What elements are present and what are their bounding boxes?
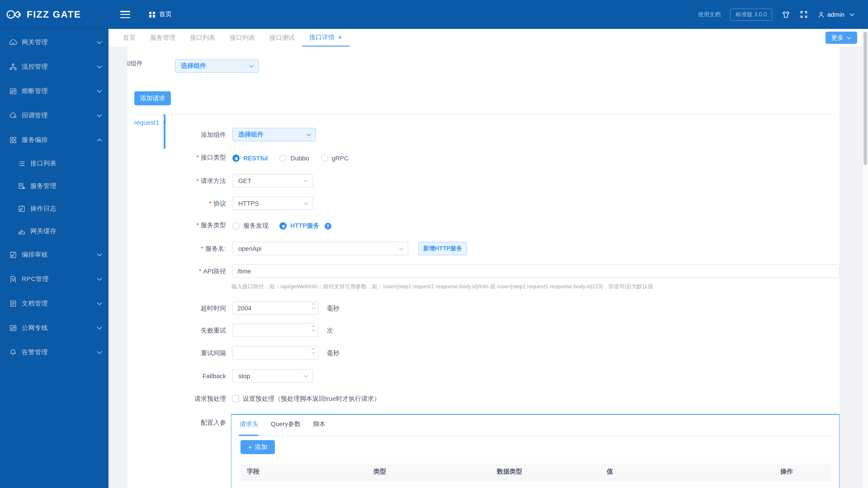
theme-tshirt-icon[interactable] <box>782 10 790 19</box>
add-component-select-top[interactable]: 选择组件 <box>175 59 258 73</box>
hamburger-menu-icon[interactable] <box>120 11 130 18</box>
spinner-arrows[interactable] <box>311 303 315 310</box>
retry-interval-stepper[interactable] <box>232 346 319 360</box>
request-tab-label: request1 <box>134 119 159 126</box>
sidebar-item-alert[interactable]: 告警管理 <box>0 340 108 365</box>
retry-stepper[interactable] <box>232 324 319 337</box>
sidebar-subitem-label: 服务管理 <box>30 182 57 190</box>
retry-interval-input[interactable] <box>232 346 319 360</box>
api-type-radio-group: RESTful Dubbo gRPC <box>232 155 348 162</box>
radio-http-service[interactable]: HTTP服务? <box>279 222 331 230</box>
circuit-breaker-icon <box>9 87 17 95</box>
chevron-down-icon <box>307 133 311 136</box>
radio-service-discovery[interactable]: 服务发现 <box>232 222 269 230</box>
timeout-input[interactable] <box>232 301 319 315</box>
tab-api-list-1[interactable]: 接口列表 <box>183 29 222 46</box>
sidebar-item-document[interactable]: 文档管理 <box>0 291 108 316</box>
tab-query-params[interactable]: Query参数 <box>271 420 301 428</box>
docs-link[interactable]: 使用文档 <box>698 11 721 18</box>
retry-interval-label: 重试间隔 <box>127 346 226 360</box>
spinner-arrows[interactable] <box>311 348 315 354</box>
tab-api-test[interactable]: 接口测试 <box>262 29 302 46</box>
protocol-label: *协议 <box>127 197 226 210</box>
retry-unit: 次 <box>327 324 333 337</box>
sidebar-item-public-line[interactable]: 公网专线 <box>0 316 108 340</box>
scrollbar-thumb[interactable] <box>864 32 867 165</box>
chevron-down-icon <box>97 326 102 330</box>
more-button[interactable]: 更多 <box>826 32 857 44</box>
topbar-right: 使用文档 标准版 3.0.0 admin <box>698 8 868 21</box>
radio-icon[interactable] <box>279 222 287 230</box>
fullscreen-icon[interactable] <box>800 10 808 19</box>
sidebar-item-circuit-breaker[interactable]: 熔断管理 <box>0 79 108 103</box>
chevron-down-icon <box>97 253 102 257</box>
help-icon[interactable]: ? <box>324 223 331 229</box>
chevron-down-icon <box>97 114 102 118</box>
sidebar-item-flow-control[interactable]: 流控管理 <box>0 55 108 79</box>
preprocess-checkbox[interactable] <box>232 395 239 402</box>
close-icon[interactable]: ✕ <box>338 34 342 40</box>
chevron-down-icon <box>97 41 102 44</box>
api-path-label: *API路径 <box>127 264 226 278</box>
plus-icon: + <box>248 444 252 451</box>
add-component-select[interactable]: 选择组件 <box>232 128 316 141</box>
tab-api-list-2[interactable]: 接口列表 <box>222 29 262 46</box>
main-content: 添加组件 选择组件 添加请求 request1 ✕ 添加组件 选择组件 *接口类… <box>127 46 839 488</box>
page-scrollbar <box>862 29 868 488</box>
tab-service-manage[interactable]: 服务管理 <box>143 29 183 46</box>
spin-up-icon <box>311 348 315 350</box>
active-tab-indicator <box>239 435 258 436</box>
topbar-home[interactable]: 首页 <box>149 10 172 19</box>
sidebar-item-label: 编排审核 <box>22 251 97 259</box>
chevron-down-icon <box>97 351 102 354</box>
request-tab[interactable]: request1 ✕ <box>134 119 167 126</box>
sidebar-subitem-api-list[interactable]: 接口列表 <box>0 152 108 175</box>
service-name-select[interactable]: openApi <box>232 242 408 255</box>
sidebar-item-orchestration[interactable]: 服务编排 <box>0 128 108 152</box>
timeout-stepper[interactable] <box>232 301 319 315</box>
version-badge: 标准版 3.0.0 <box>730 8 772 21</box>
params-table-header: 字段 类型 数据类型 值 操作 <box>241 464 831 480</box>
orchestration-grid-icon <box>9 136 17 144</box>
open-tabs: 首页 服务管理 接口列表 接口列表 接口测试 接口详情 ✕ <box>116 29 349 46</box>
fallback-select[interactable]: stop <box>232 369 313 383</box>
alert-bell-icon <box>9 348 17 357</box>
api-path-input[interactable] <box>232 264 839 278</box>
radio-icon[interactable] <box>280 155 287 162</box>
spin-down-icon <box>311 352 315 354</box>
document-icon <box>9 300 17 308</box>
retry-label: 失败重试 <box>127 324 226 337</box>
user-menu[interactable]: admin <box>817 11 855 18</box>
radio-dubbo[interactable]: Dubbo <box>280 155 309 162</box>
add-row-button[interactable]: + 添加 <box>241 440 275 454</box>
add-request-button[interactable]: 添加请求 <box>134 91 171 105</box>
sidebar-item-label: 流控管理 <box>22 63 97 71</box>
radio-icon[interactable] <box>232 222 240 230</box>
brand-name: FIZZ GATE <box>27 9 81 20</box>
tab-request-headers[interactable]: 请求头 <box>240 420 258 428</box>
method-select[interactable]: GET <box>232 174 313 188</box>
new-http-service-button[interactable]: 新增HTTP服务 <box>418 242 467 255</box>
chevron-down-icon <box>303 202 308 205</box>
radio-restful[interactable]: RESTful <box>232 155 268 162</box>
radio-icon[interactable] <box>321 155 328 162</box>
sidebar-item-rpc[interactable]: RPC管理 <box>0 267 108 291</box>
retry-input[interactable] <box>232 324 319 337</box>
sidebar-subitem-service-manage[interactable]: 服务管理 <box>0 175 108 197</box>
sidebar-item-gateway[interactable]: 网关管理 <box>0 30 108 55</box>
protocol-select[interactable]: HTTPS <box>232 197 313 210</box>
radio-grpc[interactable]: gRPC <box>321 155 348 162</box>
api-list-icon <box>18 160 26 168</box>
public-line-icon <box>9 324 17 332</box>
tab-api-detail[interactable]: 接口详情 ✕ <box>302 29 349 46</box>
chevron-down-icon <box>849 13 855 16</box>
tab-script[interactable]: 脚本 <box>313 420 326 428</box>
sidebar-subitem-gateway-cache[interactable]: 网关缓存 <box>0 220 108 242</box>
spinner-arrows[interactable] <box>311 325 315 332</box>
tab-home[interactable]: 首页 <box>116 29 143 46</box>
topbar-home-label: 首页 <box>159 10 172 19</box>
sidebar-subitem-operation-log[interactable]: 操作日志 <box>0 197 108 220</box>
sidebar-item-callback[interactable]: 回调管理 <box>0 103 108 128</box>
sidebar-item-audit[interactable]: 编排审核 <box>0 242 108 267</box>
radio-icon[interactable] <box>232 155 240 162</box>
